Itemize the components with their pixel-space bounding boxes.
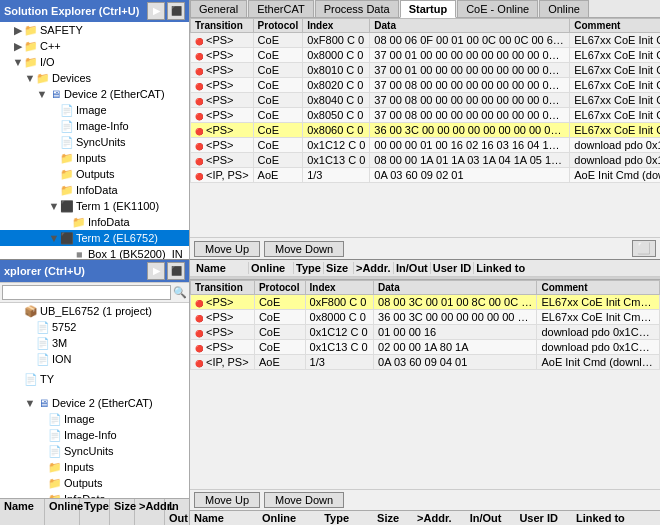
move-down-button-top[interactable]: Move Down	[264, 241, 344, 257]
tree-item[interactable]: ▼📁Devices	[0, 70, 189, 86]
bottom-table-scroll[interactable]: Transition Protocol Index Data Comment 🔴…	[190, 280, 660, 489]
tree-toggle-icon[interactable]: ▶	[12, 24, 24, 36]
tree-toggle-icon[interactable]	[48, 136, 60, 148]
table-row[interactable]: 🔴<PS>CoE0xF800 C 008 00 06 0F 00 01 00 0…	[191, 33, 661, 48]
tree-item[interactable]: ▼⬛Term 1 (EK1100)	[0, 198, 189, 214]
move-down-button-bottom[interactable]: Move Down	[264, 492, 344, 508]
tree-toggle-icon[interactable]	[24, 353, 36, 365]
cell-index: 0x8010 C 0	[303, 63, 370, 78]
tree-item[interactable]: ◼Box 1 (BK5200)_IN	[0, 246, 189, 259]
tree-node-icon: ◼	[72, 247, 86, 259]
tree-toggle-icon[interactable]	[48, 168, 60, 180]
tree-item[interactable]: 📦UB_EL6752 (1 project)	[0, 303, 189, 319]
table-row[interactable]: 🔴<IP, PS>AoE1/30A 03 60 09 04 01AoE Init…	[191, 355, 660, 370]
tree-toggle-icon[interactable]	[60, 248, 72, 259]
tree-toggle-icon[interactable]	[48, 120, 60, 132]
tree-item[interactable]: 📄5752	[0, 319, 189, 335]
table-row[interactable]: 🔴<PS>CoE0x8050 C 037 00 08 00 00 00 00 0…	[191, 108, 661, 123]
tree-item[interactable]: 📄Image	[0, 411, 189, 427]
tab-coe---online[interactable]: CoE - Online	[457, 0, 538, 17]
tree-item[interactable]: 📄SyncUnits	[0, 443, 189, 459]
tab-online[interactable]: Online	[539, 0, 589, 17]
tree-toggle-icon[interactable]	[36, 445, 48, 457]
tree-toggle-icon[interactable]	[24, 321, 36, 333]
table-row[interactable]: 🔴<PS>CoE0x8020 C 037 00 08 00 00 00 00 0…	[191, 78, 661, 93]
tree-item[interactable]: ▼🖥Device 2 (EtherCAT)	[0, 395, 189, 411]
tree-toggle-icon[interactable]	[48, 184, 60, 196]
tab-process-data[interactable]: Process Data	[315, 0, 399, 17]
table-row[interactable]: 🔴<PS>CoE0x8060 C 036 00 3C 00 00 00 00 0…	[191, 123, 661, 138]
tree-toggle-icon[interactable]	[36, 413, 48, 425]
tree-node-icon: ⬛	[60, 231, 74, 245]
tree-toggle-icon[interactable]	[36, 429, 48, 441]
tree-toggle-icon[interactable]	[36, 477, 48, 489]
top-table-scroll[interactable]: Transition Protocol Index Data Comment 🔴…	[190, 18, 660, 237]
tree-toggle-icon[interactable]	[12, 373, 24, 385]
table-row[interactable]: 🔴<IP, PS>AoE1/30A 03 60 09 02 01AoE Init…	[191, 168, 661, 183]
tree-toggle-icon[interactable]	[48, 152, 60, 164]
move-up-button-top[interactable]: Move Up	[194, 241, 260, 257]
tree-item[interactable]: ▶📁SAFETY	[0, 22, 189, 38]
table-row[interactable]: 🔴<PS>CoE0x1C13 C 002 00 00 1A 80 1Adownl…	[191, 340, 660, 355]
toolbar-btn-2[interactable]: ⬛	[167, 2, 185, 20]
table-row[interactable]: 🔴<PS>CoE0x8000 C 036 00 3C 00 00 00 00 0…	[191, 310, 660, 325]
tree-toggle-icon[interactable]: ▼	[48, 200, 60, 212]
tree-item[interactable]: 📁InfoData	[0, 491, 189, 498]
tree-toggle-icon[interactable]: ▶	[12, 40, 24, 52]
xplorer-btn-1[interactable]: ▶	[147, 262, 165, 280]
tree-item[interactable]: ▼🖥Device 2 (EtherCAT)	[0, 86, 189, 102]
search-icon[interactable]: 🔍	[173, 286, 187, 299]
table-row[interactable]: 🔴<PS>CoE0x8010 C 037 00 01 00 00 00 00 0…	[191, 63, 661, 78]
tree-toggle-icon[interactable]	[24, 337, 36, 349]
tab-ethercat[interactable]: EtherCAT	[248, 0, 313, 17]
tree-item[interactable]: 📄3M	[0, 335, 189, 351]
tree-item[interactable]: 📄Image-Info	[0, 427, 189, 443]
tree-toggle-icon[interactable]	[48, 104, 60, 116]
tree-item[interactable]: ▼⬛Term 2 (EL6752)	[0, 230, 189, 246]
tree-item[interactable]: 📄TY	[0, 371, 189, 387]
table-row[interactable]: 🔴<PS>CoE0x1C12 C 001 00 00 16download pd…	[191, 325, 660, 340]
tree-item[interactable]: 📁InfoData	[0, 214, 189, 230]
tree-item[interactable]: ▶📁C++	[0, 38, 189, 54]
top-tree[interactable]: ▶📁SAFETY▶📁C++▼📁I/O▼📁Devices▼🖥Device 2 (E…	[0, 22, 189, 259]
table-row[interactable]: 🔴<PS>CoE0xF800 C 008 00 3C 00 01 00 8C 0…	[191, 295, 660, 310]
tree-toggle-icon[interactable]	[12, 305, 24, 317]
tree-item[interactable]: 📄Image-Info	[0, 118, 189, 134]
tree-node-icon: 📁	[60, 183, 74, 197]
tree-toggle-icon[interactable]: ▼	[48, 232, 60, 244]
bottom-tree[interactable]: 📦UB_EL6752 (1 project)📄5752📄3M📄ION📄TY▼🖥D…	[0, 303, 189, 498]
tree-item[interactable]: 📁Inputs	[0, 459, 189, 475]
tree-item[interactable]: 📁Outputs	[0, 166, 189, 182]
cell-comment: EL67xx CoE Init Cmd 1 (8000 00)	[570, 48, 660, 63]
xplorer-btn-2[interactable]: ⬛	[167, 262, 185, 280]
final-col-name: Name	[194, 512, 224, 524]
tree-toggle-icon[interactable]: ▼	[12, 56, 24, 68]
tree-item[interactable]: ▼📁I/O	[0, 54, 189, 70]
tree-toggle-icon[interactable]: ▼	[24, 72, 36, 84]
tree-item[interactable]: 📄Image	[0, 102, 189, 118]
tree-toggle-icon[interactable]: ▼	[24, 397, 36, 409]
tree-item[interactable]: 📁Inputs	[0, 150, 189, 166]
table-row[interactable]: 🔴<PS>CoE0x8040 C 037 00 08 00 00 00 00 0…	[191, 93, 661, 108]
tree-toggle-icon[interactable]: ▼	[36, 88, 48, 100]
tree-item[interactable]: 📄SyncUnits	[0, 134, 189, 150]
tree-item[interactable]: 📁Outputs	[0, 475, 189, 491]
tab-startup[interactable]: Startup	[400, 0, 457, 18]
tree-node-icon: 🖥	[36, 396, 50, 410]
toolbar-btn-1[interactable]: ▶	[147, 2, 165, 20]
cell-protocol: CoE	[254, 295, 305, 310]
tab-general[interactable]: General	[190, 0, 247, 17]
tree-node-label: Image	[76, 104, 107, 116]
table-row[interactable]: 🔴<PS>CoE0x1C12 C 000 00 00 01 00 16 02 1…	[191, 138, 661, 153]
move-up-button-bottom[interactable]: Move Up	[194, 492, 260, 508]
tree-node-label: Device 2 (EtherCAT)	[64, 88, 165, 100]
tree-item[interactable]: 📁InfoData	[0, 182, 189, 198]
tree-item[interactable]: 📄ION	[0, 351, 189, 367]
expand-button-top[interactable]: ⬜	[632, 240, 656, 257]
tree-toggle-icon[interactable]	[36, 461, 48, 473]
tree-toggle-icon[interactable]	[60, 216, 72, 228]
table-row[interactable]: 🔴<PS>CoE0x8000 C 037 00 01 00 00 00 00 0…	[191, 48, 661, 63]
top-section-buttons: Move Up Move Down ⬜	[190, 237, 660, 259]
table-row[interactable]: 🔴<PS>CoE0x1C13 C 008 00 00 1A 01 1A 03 1…	[191, 153, 661, 168]
search-input[interactable]	[2, 285, 171, 300]
